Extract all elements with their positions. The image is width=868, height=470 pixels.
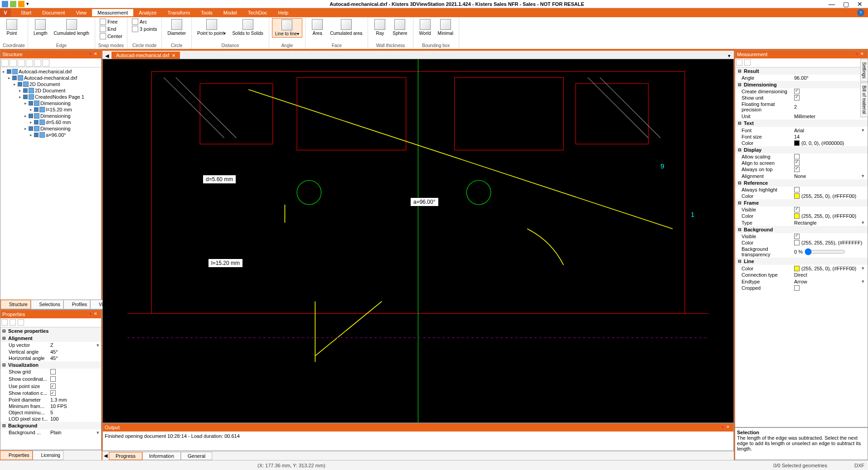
section-expander-icon[interactable]: ⊟ bbox=[738, 201, 742, 205]
meas-value[interactable] bbox=[794, 167, 868, 172]
ribbon-small-button[interactable]: End bbox=[98, 25, 124, 33]
prop-row[interactable]: Point diameter1.3 mm bbox=[0, 397, 101, 403]
measurement-length-label[interactable]: l=15.20 mm bbox=[208, 259, 243, 268]
section-expander-icon[interactable]: ⊟ bbox=[738, 259, 742, 264]
meas-tool-2[interactable] bbox=[744, 59, 751, 66]
tree-checkbox[interactable] bbox=[29, 126, 33, 131]
side-tab-bom[interactable]: Bill of material bbox=[860, 82, 868, 117]
prop-value[interactable] bbox=[50, 369, 101, 375]
meas-row[interactable]: Connection typeDirect bbox=[735, 272, 868, 278]
close-button[interactable]: ✕ bbox=[857, 0, 863, 8]
tree-expander-icon[interactable]: ▸ bbox=[18, 95, 22, 99]
meas-value[interactable]: Direct bbox=[794, 272, 868, 278]
qat-dropdown-icon[interactable]: ▾ bbox=[26, 1, 33, 7]
tree-node[interactable]: ▸2D Document bbox=[1, 87, 100, 94]
prop-value[interactable]: 45° bbox=[50, 349, 101, 355]
section-expander-icon[interactable]: ⊟ bbox=[738, 227, 742, 232]
meas-section-header[interactable]: ⊟Line bbox=[735, 258, 868, 265]
menu-tab-analyze[interactable]: Analyze bbox=[133, 9, 162, 16]
pin-icon[interactable]: 📌 bbox=[854, 52, 859, 57]
qat-icon-2[interactable] bbox=[10, 1, 16, 7]
meas-row[interactable]: EndtypeArrow▾ bbox=[735, 278, 868, 285]
dropdown-icon[interactable]: ▾ bbox=[97, 430, 99, 436]
dropdown-icon[interactable]: ▾ bbox=[97, 342, 99, 348]
meas-value[interactable]: Millimeter▾ bbox=[794, 113, 868, 119]
doc-tab-nav-left[interactable]: ◀ bbox=[102, 53, 112, 59]
bottom-tab-properties[interactable]: Properties bbox=[0, 451, 33, 460]
tree-checkbox[interactable] bbox=[7, 69, 11, 74]
minimize-button[interactable]: — bbox=[829, 0, 835, 8]
panel-close-icon[interactable]: ✕ bbox=[860, 52, 866, 57]
prop-value[interactable]: Z▾ bbox=[50, 342, 101, 348]
meas-row[interactable]: FontArial▾ bbox=[735, 127, 868, 134]
ribbon-button[interactable]: Cumulated area bbox=[327, 18, 365, 37]
measurement-grid[interactable]: ⊟ResultAngle96.00°⊟DimensioningCreate di… bbox=[735, 67, 868, 427]
meas-row[interactable]: Visible bbox=[735, 233, 868, 240]
ribbon-button[interactable]: Point bbox=[3, 18, 21, 37]
slider[interactable] bbox=[805, 248, 845, 255]
side-tab-settings[interactable]: Settings bbox=[860, 59, 868, 82]
meas-value[interactable]: Arrow▾ bbox=[794, 278, 868, 284]
tree-checkbox[interactable] bbox=[18, 82, 22, 86]
prop-row[interactable]: Up vectorZ▾ bbox=[0, 342, 101, 349]
output-tab-information[interactable]: Information bbox=[142, 452, 181, 460]
prop-section-header[interactable]: ⊟Visualization bbox=[0, 361, 101, 369]
prop-value[interactable]: 10 FPS bbox=[50, 403, 101, 409]
dropdown-icon[interactable]: ▾ bbox=[860, 173, 866, 179]
tree-expander-icon[interactable]: ▸ bbox=[23, 126, 28, 131]
prop-row[interactable]: Show grid bbox=[0, 369, 101, 376]
meas-value[interactable] bbox=[794, 89, 868, 94]
meas-section-header[interactable]: ⊟Reference bbox=[735, 179, 868, 187]
meas-section-header[interactable]: ⊟Background bbox=[735, 226, 868, 233]
ribbon-button[interactable]: Cumulated length bbox=[51, 18, 92, 37]
meas-value[interactable]: (255, 255, 0), (#FFFF00)▾ bbox=[794, 265, 868, 271]
meas-section-header[interactable]: ⊟Display bbox=[735, 146, 868, 153]
prop-section-header[interactable]: ⊟Scene properties bbox=[0, 327, 101, 335]
section-expander-icon[interactable]: ⊟ bbox=[738, 148, 742, 152]
panel-tab-selections[interactable]: Selections bbox=[31, 300, 63, 309]
color-swatch[interactable] bbox=[794, 213, 800, 219]
prop-value[interactable]: 45° bbox=[50, 355, 101, 361]
tree-expander-icon[interactable]: ▸ bbox=[7, 76, 11, 80]
meas-row[interactable]: Color(255, 255, 0), (#FFFF00)▾ bbox=[735, 265, 868, 272]
app-logo[interactable]: V bbox=[0, 9, 11, 17]
meas-row[interactable]: AlignmentNone▾ bbox=[735, 173, 868, 179]
tree-node[interactable]: ▸a=96.00° bbox=[1, 132, 100, 138]
meas-value[interactable] bbox=[794, 234, 868, 239]
meas-row[interactable]: Color(255, 255, 255), (#FFFFFF) bbox=[735, 240, 868, 246]
meas-value[interactable] bbox=[794, 285, 868, 291]
document-tab-close-icon[interactable]: ✕ bbox=[172, 53, 175, 58]
tree-expander-icon[interactable]: ▸ bbox=[29, 120, 33, 125]
menu-tab-start[interactable]: Start bbox=[15, 9, 37, 16]
meas-value[interactable]: 0 % bbox=[794, 248, 868, 255]
meas-row[interactable]: TypeRectangle▾ bbox=[735, 219, 868, 226]
tree-expander-icon[interactable]: ▸ bbox=[1, 69, 6, 74]
tree-node[interactable]: ▸Autocad-mechanical.dxf bbox=[1, 75, 100, 81]
prop-row[interactable]: LOD pixel size t...100 bbox=[0, 416, 101, 422]
checkbox[interactable] bbox=[50, 390, 56, 396]
pin-icon[interactable]: 📌 bbox=[87, 312, 93, 317]
meas-value[interactable] bbox=[794, 154, 868, 159]
panel-close-icon[interactable]: ✕ bbox=[94, 312, 99, 317]
meas-row[interactable]: Always highlight bbox=[735, 187, 868, 193]
tree-node[interactable]: ▸Dimensioning bbox=[1, 113, 100, 119]
checkbox[interactable] bbox=[794, 285, 800, 291]
tree-tool-4[interactable] bbox=[26, 59, 33, 67]
prop-value[interactable] bbox=[50, 384, 101, 389]
color-swatch[interactable] bbox=[794, 193, 800, 199]
meas-row[interactable]: Always on top bbox=[735, 166, 868, 173]
meas-value[interactable] bbox=[794, 207, 868, 212]
checkbox[interactable] bbox=[794, 154, 800, 159]
section-expander-icon[interactable]: ⊟ bbox=[738, 121, 742, 125]
prop-value[interactable]: 5 bbox=[50, 410, 101, 415]
tree-node[interactable]: ▸2D Document bbox=[1, 81, 100, 87]
tree-expander-icon[interactable]: ▸ bbox=[18, 88, 22, 93]
tree-tool-2[interactable] bbox=[10, 59, 17, 67]
meas-row[interactable]: Visible bbox=[735, 206, 868, 213]
tree-expander-icon[interactable]: ▸ bbox=[29, 133, 33, 137]
tree-tool-6[interactable] bbox=[42, 59, 49, 67]
prop-value[interactable] bbox=[50, 390, 101, 396]
meas-section-header[interactable]: ⊟Frame bbox=[735, 199, 868, 206]
ribbon-button[interactable]: Minimal bbox=[435, 18, 456, 37]
measurement-angle-label[interactable]: a=96.00° bbox=[410, 197, 439, 206]
